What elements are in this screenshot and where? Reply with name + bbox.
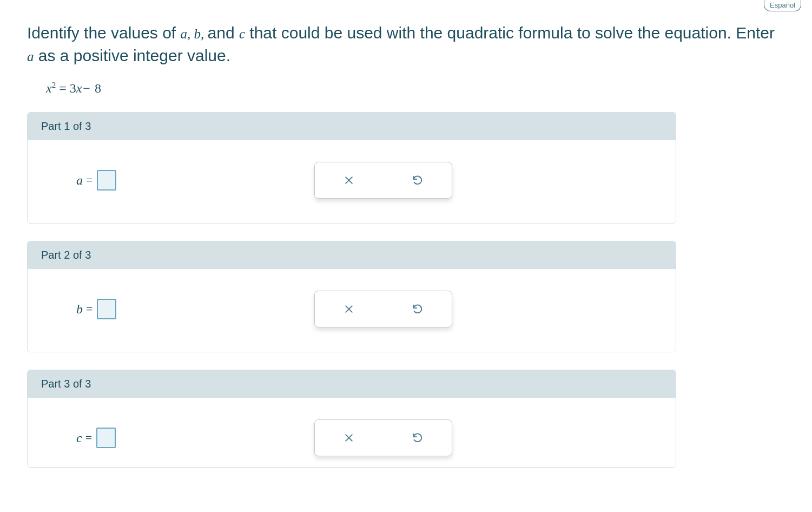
main-content: Identify the values of a, b, and c that … — [0, 0, 812, 478]
answer-group-b: b = — [55, 299, 314, 319]
part-body: b = — [28, 269, 676, 352]
answer-input-b[interactable] — [97, 299, 116, 319]
part-3: Part 3 of 3 c = — [27, 370, 676, 468]
part-header: Part 3 of 3 — [28, 370, 676, 398]
language-badge[interactable]: Español — [764, 0, 801, 11]
close-icon — [343, 432, 355, 444]
answer-input-c[interactable] — [96, 428, 116, 448]
part-2: Part 2 of 3 b = — [27, 241, 676, 352]
answer-group-a: a = — [55, 170, 314, 191]
controls-group — [314, 291, 452, 327]
answer-label-b: b — [76, 302, 83, 317]
controls-group — [314, 419, 452, 456]
part-1: Part 1 of 3 a = — [27, 112, 676, 224]
reset-button[interactable] — [410, 172, 426, 188]
clear-button[interactable] — [341, 430, 357, 446]
answer-input-a[interactable] — [97, 170, 116, 191]
parts-container: Part 1 of 3 a = Part 2 of 3 — [27, 112, 785, 468]
part-header: Part 1 of 3 — [28, 113, 676, 140]
equals-sign: = — [86, 302, 93, 316]
undo-icon — [412, 432, 424, 444]
controls-group — [314, 162, 452, 199]
answer-group-c: c = — [55, 428, 314, 448]
clear-button[interactable] — [341, 301, 357, 317]
close-icon — [343, 174, 355, 186]
clear-button[interactable] — [341, 172, 357, 188]
equals-sign: = — [86, 173, 93, 187]
question-text: Identify the values of a, b, and c that … — [27, 22, 785, 67]
reset-button[interactable] — [410, 430, 426, 446]
equals-sign: = — [85, 431, 92, 445]
part-body: a = — [28, 140, 676, 223]
close-icon — [343, 303, 355, 315]
part-header: Part 2 of 3 — [28, 241, 676, 269]
answer-label-a: a — [76, 173, 83, 188]
equation-display: x2 = 3x− 8 — [46, 81, 785, 96]
undo-icon — [412, 303, 424, 315]
part-body: c = — [28, 398, 676, 467]
reset-button[interactable] — [410, 301, 426, 317]
undo-icon — [412, 174, 424, 186]
answer-label-c: c — [76, 431, 82, 445]
